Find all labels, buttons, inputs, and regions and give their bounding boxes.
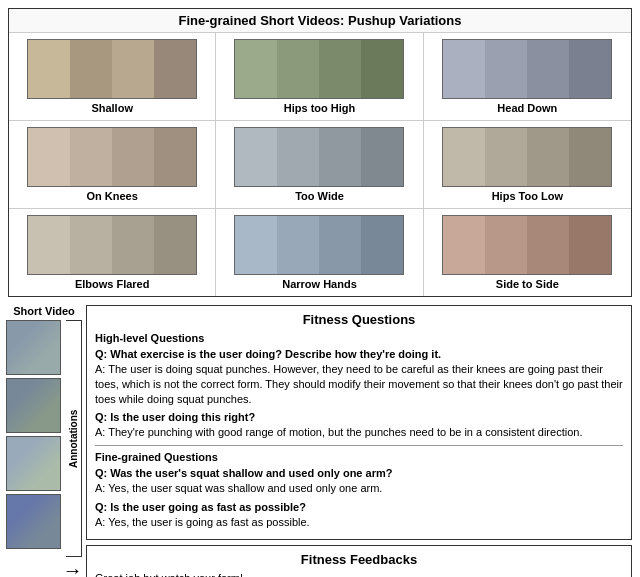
qa-high-1: Q: What exercise is the user doing? Desc… (95, 347, 623, 406)
qa-high-1-a: A: The user is doing squat punches. Howe… (95, 363, 623, 405)
video-cell-side: Side to Side (424, 209, 631, 296)
high-level-title: High-level Questions (95, 332, 623, 344)
qa-fine-2: Q: Is the user going as fast as possible… (95, 500, 623, 530)
short-video-frame-4 (6, 494, 61, 549)
label-narrow: Narrow Hands (282, 278, 357, 290)
video-cell-too-wide: Too Wide (216, 121, 423, 209)
main-container: Fine-grained Short Videos: Pushup Variat… (0, 0, 640, 577)
thumbnail-on-knees (27, 127, 197, 187)
feedback-title: Fitness Feedbacks (95, 552, 623, 567)
short-video-frame-1 (6, 320, 61, 375)
divider (95, 445, 623, 446)
video-cell-on-knees: On Knees (9, 121, 216, 209)
frames-column (6, 320, 61, 577)
annotations-bracket-label: Annotations (66, 320, 82, 557)
thumbnail-shallow (27, 39, 197, 99)
arrow-annotations: Annotations → (63, 320, 83, 577)
qa-fine-1: Q: Was the user's squat shallow and used… (95, 466, 623, 496)
fine-grained-title: Fine-grained Questions (95, 451, 623, 463)
thumbnail-side (442, 215, 612, 275)
label-side: Side to Side (496, 278, 559, 290)
label-on-knees: On Knees (86, 190, 137, 202)
qa-high-2: Q: Is the user doing this right? A: They… (95, 410, 623, 440)
thumbnail-narrow (234, 215, 404, 275)
qa-panel-title: Fitness Questions (95, 312, 623, 327)
short-video-section: Short Video Annotations → (8, 305, 80, 577)
qa-high-2-a: A: They're punching with good range of m… (95, 426, 582, 438)
qa-high-2-q: Q: Is the user doing this right? (95, 411, 255, 423)
label-elbows: Elbows Flared (75, 278, 150, 290)
video-cell-head-down: Head Down (424, 33, 631, 121)
feedback-line-1: Great job but watch your form! (95, 571, 623, 577)
qa-panel: Fitness Questions High-level Questions Q… (86, 305, 632, 540)
video-cell-narrow: Narrow Hands (216, 209, 423, 296)
qa-high-1-q: Q: What exercise is the user doing? Desc… (95, 348, 441, 360)
arrow-icon: → (63, 559, 83, 577)
label-hips-high: Hips too High (284, 102, 356, 114)
bottom-section: Short Video Annotations → Fitness Questi… (8, 305, 632, 577)
right-panels: Fitness Questions High-level Questions Q… (86, 305, 632, 577)
qa-fine-1-a: A: Yes, the user squat was shallow and u… (95, 482, 382, 494)
video-cell-hips-high: Hips too High (216, 33, 423, 121)
thumbnail-elbows (27, 215, 197, 275)
qa-fine-1-q: Q: Was the user's squat shallow and used… (95, 467, 392, 479)
thumbnail-hips-low (442, 127, 612, 187)
short-video-frame-2 (6, 378, 61, 433)
thumbnail-hips-high (234, 39, 404, 99)
video-section-title: Fine-grained Short Videos: Pushup Variat… (9, 9, 631, 33)
video-cell-elbows: Elbows Flared (9, 209, 216, 296)
short-video-frame-3 (6, 436, 61, 491)
thumbnail-too-wide (234, 127, 404, 187)
video-grid-section: Fine-grained Short Videos: Pushup Variat… (8, 8, 632, 297)
video-grid: Shallow Hips too High (9, 33, 631, 296)
qa-fine-2-a: A: Yes, the user is going as fast as pos… (95, 516, 310, 528)
label-shallow: Shallow (91, 102, 133, 114)
short-video-frames-row: Annotations → (6, 320, 83, 577)
qa-fine-2-q: Q: Is the user going as fast as possible… (95, 501, 306, 513)
feedback-panel: Fitness Feedbacks Great job but watch yo… (86, 545, 632, 577)
label-hips-low: Hips Too Low (492, 190, 563, 202)
label-too-wide: Too Wide (295, 190, 344, 202)
label-head-down: Head Down (497, 102, 557, 114)
thumbnail-head-down (442, 39, 612, 99)
short-video-title: Short Video (13, 305, 75, 317)
video-cell-shallow: Shallow (9, 33, 216, 121)
video-cell-hips-low: Hips Too Low (424, 121, 631, 209)
